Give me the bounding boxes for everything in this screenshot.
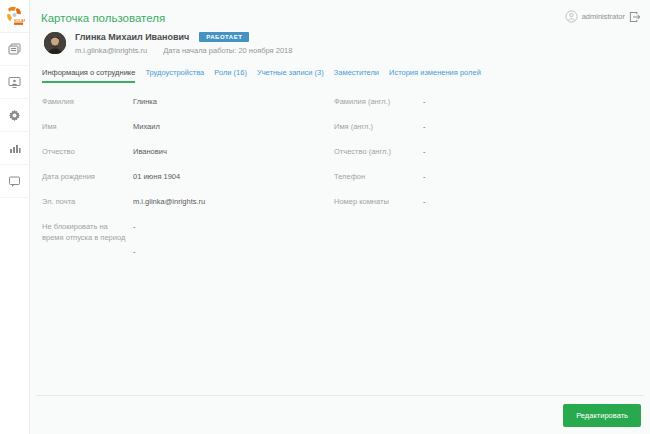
field-label: Не блокировать на время отпуска в период [42,222,133,244]
svg-text:SOLAR: SOLAR [14,19,25,23]
page-title: Карточка пользователя [41,12,650,24]
monitor-user-icon [8,76,21,89]
user-profile-icon [565,10,578,23]
field-value: 01 июня 1904 [133,172,180,183]
tab-deputies[interactable]: Заместители [334,68,379,83]
user-info: Глинка Михаил Иванович РАБОТАЕТ m.i.glin… [75,32,292,55]
field-label: Номер комнаты [334,197,423,208]
field-email: Эл. почта m.i.glinka@inrights.ru [42,197,303,222]
sidebar-item-feedback[interactable] [0,165,30,198]
portrait-photo [44,32,66,54]
field-vacation-lock: Не блокировать на время отпуска в период… [42,222,303,247]
field-label: Фамилия [42,97,133,108]
edit-button[interactable]: Редактировать [563,404,641,427]
field-value: - [423,147,426,158]
tab-employments[interactable]: Трудоустройства [145,68,204,83]
field-firstname-en: Имя (англ.) - [334,122,634,147]
field-phone: Телефон - [334,172,634,197]
username-label: administrator [582,12,625,21]
field-value: - [423,197,426,208]
field-birthdate: Дата рождения 01 июня 1904 [42,172,303,197]
field-label: Отчество (англ.) [334,147,423,158]
field-label: Телефон [334,172,423,183]
employee-form: Фамилия Глинка Имя Михаил Отчество Ивано… [42,97,650,395]
sidebar: SOLAR [0,0,30,434]
sidebar-item-accounts[interactable] [0,66,30,99]
field-middlename-en: Отчество (англ.) - [334,147,634,172]
solar-logo[interactable]: SOLAR [0,0,30,33]
tab-accounts[interactable]: Учетные записи (3) [257,68,324,83]
field-value: - [423,97,426,108]
sidebar-item-reports[interactable] [0,132,30,165]
documents-icon [8,43,21,56]
field-firstname: Имя Михаил [42,122,303,147]
field-label: Фамилия (англ.) [334,97,423,108]
field-label: Имя (англ.) [334,122,423,133]
field-value: Михаил [133,122,160,133]
form-column-right: Фамилия (англ.) - Имя (англ.) - Отчество… [334,97,634,222]
tab-employee-info[interactable]: Информация о сотруднике [42,68,135,83]
field-value: - [423,172,426,183]
field-value: Глинка [133,97,157,108]
field-label: Дата рождения [42,172,133,183]
field-lastname: Фамилия Глинка [42,97,303,122]
user-avatar [44,32,66,54]
field-value: - [423,122,426,133]
feedback-icon [8,175,21,188]
field-lastname-en: Фамилия (англ.) - [334,97,634,122]
sidebar-item-settings[interactable] [0,99,30,132]
tab-roles[interactable]: Роли (16) [214,68,247,83]
logout-button[interactable] [629,11,641,23]
user-summary: Глинка Михаил Иванович РАБОТАЕТ m.i.glin… [44,32,650,55]
field-value: m.i.glinka@inrights.ru [133,197,205,208]
field-value: Иванович [133,147,167,158]
form-column-left: Фамилия Глинка Имя Михаил Отчество Ивано… [42,97,303,272]
tab-role-history[interactable]: История изменения ролей [389,68,481,83]
user-start-date: Дата начала работы: 20 ноября 2018 [163,46,292,55]
user-email: m.i.glinka@inrights.ru [75,46,147,55]
tabs-bar: Информация о сотруднике Трудоустройства … [42,68,650,83]
field-value: - [133,247,136,258]
field-label: Эл. почта [42,197,133,208]
main-content: administrator Карточка пользователя Глин… [31,0,650,434]
settings-gear-icon [8,109,21,122]
field-room-number: Номер комнаты - [334,197,634,222]
topbar: administrator [565,10,641,23]
field-label: Имя [42,122,133,133]
solar-logo-icon: SOLAR [5,5,25,27]
field-middlename: Отчество Иванович [42,147,303,172]
footer-bar: Редактировать [31,396,650,434]
bar-chart-icon [9,142,21,154]
field-vacation-lock-end: - [42,247,303,272]
status-badge: РАБОТАЕТ [199,32,249,42]
user-full-name: Глинка Михаил Иванович [75,32,189,42]
sidebar-item-user-cards[interactable] [0,33,30,66]
field-label: Отчество [42,147,133,158]
logout-icon [629,11,641,23]
field-value: - [133,222,136,233]
